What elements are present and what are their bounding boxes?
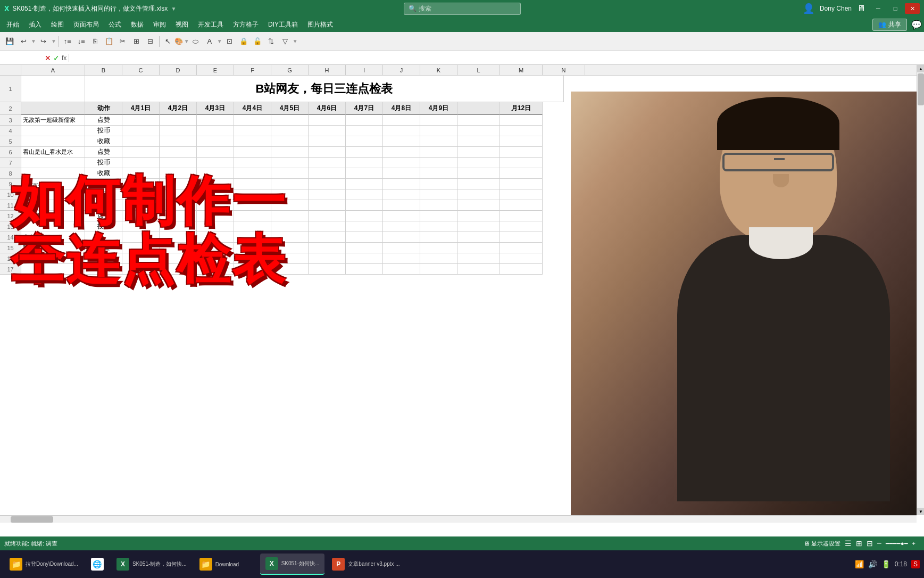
u2h8[interactable] [271, 168, 309, 179]
u2n7[interactable] [500, 158, 543, 168]
text-fill-button[interactable]: A [203, 35, 216, 48]
menu-review[interactable]: 审阅 [149, 19, 170, 31]
u6n15[interactable] [500, 243, 543, 253]
cut-button[interactable]: ✂ [116, 35, 129, 48]
u2g7[interactable] [234, 158, 271, 168]
u3k10[interactable] [383, 189, 420, 200]
dropdown-icon[interactable]: ▼ [171, 6, 176, 12]
cell-d2[interactable]: 4月1日 [122, 102, 160, 115]
user1-action3[interactable]: 收藏 [85, 136, 122, 147]
u2d6[interactable] [122, 147, 160, 158]
view-normal-icon[interactable]: ☰ [845, 539, 852, 548]
u5k14[interactable] [383, 232, 420, 243]
user4-action1[interactable]: 点赞 [85, 211, 122, 221]
user1-d4[interactable] [122, 126, 160, 136]
cell-f2[interactable]: 4月3日 [197, 102, 234, 115]
user1-h4[interactable] [271, 126, 309, 136]
u3f10[interactable] [197, 189, 234, 200]
u3j10[interactable] [346, 189, 383, 200]
paste-button[interactable]: 📋 [103, 35, 115, 48]
u4n13[interactable] [500, 221, 543, 232]
u2d7[interactable] [122, 158, 160, 168]
taskbar-excel2[interactable]: X SK051-如何快... [260, 554, 325, 575]
u4l12[interactable] [420, 211, 457, 221]
u4d13[interactable] [122, 221, 160, 232]
col-header-e[interactable]: E [197, 65, 234, 75]
u2m6[interactable] [457, 147, 500, 158]
user1-e3[interactable] [160, 115, 197, 126]
u2h7[interactable] [271, 158, 309, 168]
user1-d5[interactable] [122, 136, 160, 147]
u6j15[interactable] [346, 243, 383, 253]
u3-empty2[interactable] [21, 200, 85, 211]
user1-g5[interactable] [234, 136, 271, 147]
cell-k2[interactable]: 4月8日 [383, 102, 420, 115]
scroll-down-button[interactable]: ▼ [917, 508, 924, 515]
u4e13[interactable] [160, 221, 197, 232]
user6-action1[interactable]: 点赞 [85, 243, 122, 253]
border-button[interactable]: ⊞ [130, 35, 143, 48]
u5l14[interactable] [420, 232, 457, 243]
u3i11[interactable] [309, 200, 346, 211]
redo-button[interactable]: ↪ [37, 35, 50, 48]
user3-action1[interactable]: 点赞 [85, 179, 122, 189]
u4g13[interactable] [234, 221, 271, 232]
vscroll-thumb[interactable] [918, 73, 924, 105]
u6f15[interactable] [197, 243, 234, 253]
shape-button[interactable]: ⬭ [189, 35, 202, 48]
user2-action1[interactable]: 点赞 [85, 147, 122, 158]
menu-fangfange[interactable]: 方方格子 [229, 19, 263, 31]
user1-action2[interactable]: 投币 [85, 126, 122, 136]
text-fill-dropdown[interactable]: ▼ [217, 38, 222, 44]
user1-h3[interactable] [271, 115, 309, 126]
u3j11[interactable] [346, 200, 383, 211]
col-header-a[interactable]: A [21, 65, 85, 75]
col-header-i[interactable]: I [346, 65, 383, 75]
user1-j3[interactable] [346, 115, 383, 126]
u6e17[interactable] [160, 264, 197, 275]
u3l9[interactable] [420, 179, 457, 189]
u5i14[interactable] [309, 232, 346, 243]
u2g8[interactable] [234, 168, 271, 179]
confirm-icon[interactable]: ✓ [53, 54, 60, 62]
u2k8[interactable] [383, 168, 420, 179]
user1-e4[interactable] [160, 126, 197, 136]
fill-color-dropdown[interactable]: ▼ [184, 38, 189, 44]
zoom-slider[interactable]: ━━━━●━ [886, 540, 908, 547]
user1-name[interactable]: 无敌第一超级新儒家 [21, 115, 85, 126]
u5m14[interactable] [457, 232, 500, 243]
cell-j2[interactable]: 4月7日 [346, 102, 383, 115]
menu-page-layout[interactable]: 页面布局 [69, 19, 103, 31]
cell-m2[interactable] [457, 102, 500, 115]
cell-n2[interactable]: 月12日 [500, 102, 543, 115]
u3d9[interactable] [122, 179, 160, 189]
u6d15[interactable] [122, 243, 160, 253]
close-button[interactable]: ✕ [905, 3, 920, 14]
u3f11[interactable] [197, 200, 234, 211]
u3-empty[interactable] [21, 189, 85, 200]
u2e6[interactable] [160, 147, 197, 158]
user1-i4[interactable] [309, 126, 346, 136]
u5j14[interactable] [346, 232, 383, 243]
u6i15[interactable] [309, 243, 346, 253]
u5e14[interactable] [160, 232, 197, 243]
user1-d3[interactable] [122, 115, 160, 126]
u2n8[interactable] [500, 168, 543, 179]
u6l16[interactable] [420, 253, 457, 264]
user5-name[interactable]: 小白_2333 [21, 232, 85, 243]
u4m13[interactable] [457, 221, 500, 232]
cell-c2[interactable]: 动作 [85, 102, 122, 115]
u6l17[interactable] [420, 264, 457, 275]
sort-desc-button[interactable]: ↓≡ [75, 35, 88, 48]
u2f8[interactable] [197, 168, 234, 179]
u6f17[interactable] [197, 264, 234, 275]
u4h12[interactable] [271, 211, 309, 221]
scroll-up-button[interactable]: ▲ [917, 65, 924, 72]
u6-empty2[interactable] [21, 264, 85, 275]
user1-h5[interactable] [271, 136, 309, 147]
col-header-b[interactable]: B [85, 65, 122, 75]
user1-n4[interactable] [500, 126, 543, 136]
cell-g2[interactable]: 4月4日 [234, 102, 271, 115]
u6d17[interactable] [122, 264, 160, 275]
u4m12[interactable] [457, 211, 500, 221]
